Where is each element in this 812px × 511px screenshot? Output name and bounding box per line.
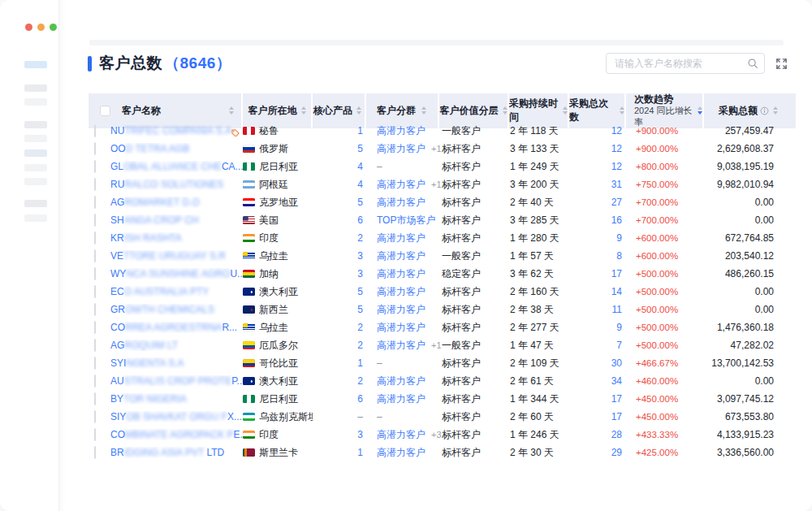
core-products-count[interactable]: 5: [313, 304, 366, 315]
close-window-button[interactable]: [25, 24, 32, 31]
purchase-count-link[interactable]: 7: [569, 340, 626, 351]
customer-name-link[interactable]: AGROQUIM LT: [110, 340, 243, 351]
core-products-count[interactable]: 2: [313, 322, 366, 333]
column-header-duration[interactable]: 采购持续时间: [509, 93, 569, 128]
purchase-count-link[interactable]: 34: [569, 375, 626, 387]
sidebar-nav-placeholder[interactable]: [24, 121, 47, 128]
sidebar-nav-placeholder[interactable]: [24, 214, 47, 222]
row-checkbox[interactable]: [94, 410, 96, 423]
row-checkbox[interactable]: [94, 124, 96, 137]
column-header-core[interactable]: 核心产品: [313, 93, 366, 128]
fullscreen-icon[interactable]: [775, 58, 788, 70]
column-header-segment[interactable]: 客户分群: [366, 93, 439, 128]
purchase-count-link[interactable]: 28: [569, 429, 626, 440]
purchase-count-link[interactable]: 9: [569, 232, 626, 244]
customer-name-link[interactable]: NUTRIFEC COMPANIA S.A: [110, 125, 243, 136]
segment-link[interactable]: 高潜力客户: [377, 179, 425, 190]
customer-name-link[interactable]: KRISH RASHTA: [110, 232, 243, 244]
core-products-count[interactable]: 3: [313, 250, 366, 262]
purchase-count-link[interactable]: 27: [569, 197, 626, 208]
customer-name-link[interactable]: WYNCA SUNSHINE AGROU...: [110, 268, 243, 279]
purchase-count-link[interactable]: 31: [569, 179, 626, 190]
purchase-count-link[interactable]: 30: [569, 357, 626, 369]
segment-link[interactable]: 高潜力客户: [377, 286, 425, 297]
customer-name-link[interactable]: COMBINATE AGROPACK PE...: [110, 429, 243, 440]
row-checkbox[interactable]: [94, 214, 96, 227]
sidebar-nav-placeholder[interactable]: [24, 164, 47, 171]
row-checkbox[interactable]: [94, 232, 96, 245]
sidebar-nav-placeholder[interactable]: [24, 178, 47, 185]
select-all-checkbox[interactable]: [100, 106, 110, 116]
customer-name-link[interactable]: SYINGENTA S.A: [110, 357, 243, 369]
core-products-count[interactable]: 5: [313, 197, 366, 208]
segment-link[interactable]: 高潜力客户: [377, 143, 425, 154]
search-input[interactable]: [606, 53, 765, 74]
customer-name-link[interactable]: ECO AUSTRALIA PTY: [110, 286, 243, 297]
row-checkbox[interactable]: [94, 357, 96, 370]
customer-name-link[interactable]: GLOBAL ALLIANCE CHECA...: [110, 161, 243, 172]
customer-name-link[interactable]: GROWTH CHEMICALS: [110, 304, 243, 315]
core-products-count[interactable]: 1: [313, 125, 366, 136]
segment-link[interactable]: 高潜力客户: [377, 304, 425, 315]
segment-link[interactable]: 高潜力客户: [377, 375, 425, 387]
customer-name-link[interactable]: BRIDGING ASIA PVT LTD: [110, 447, 243, 458]
purchase-count-link[interactable]: 12: [569, 125, 626, 136]
customer-name-link[interactable]: AGROMARKET D.O: [110, 197, 243, 208]
column-header-amount[interactable]: 采购总额: [704, 93, 796, 128]
core-products-count[interactable]: 5: [313, 286, 366, 297]
sidebar-nav-placeholder[interactable]: [24, 149, 47, 157]
customer-name-link[interactable]: SHANGA CROP CH: [110, 214, 243, 226]
purchase-count-link[interactable]: 12: [569, 143, 626, 154]
column-header-location[interactable]: 客户所在地: [243, 93, 313, 128]
row-checkbox[interactable]: [94, 303, 96, 316]
customer-name-link[interactable]: CORREA AGROESTRNAR...: [110, 322, 243, 333]
zoom-window-button[interactable]: [50, 24, 57, 31]
sidebar-nav-placeholder[interactable]: [24, 200, 47, 207]
row-checkbox[interactable]: [94, 392, 96, 405]
core-products-count[interactable]: 1: [313, 447, 366, 458]
column-header-name[interactable]: 客户名称: [89, 93, 243, 128]
purchase-count-link[interactable]: 29: [569, 447, 626, 458]
sidebar-nav-placeholder[interactable]: [24, 135, 47, 142]
customer-name-link[interactable]: AUSTRALIS CROP PROTEP...: [110, 375, 243, 387]
row-checkbox[interactable]: [94, 196, 96, 209]
segment-link[interactable]: 高潜力客户: [377, 125, 425, 136]
segment-link[interactable]: 高潜力客户: [377, 232, 425, 244]
segment-link[interactable]: 高潜力客户: [377, 447, 425, 458]
search-icon[interactable]: [747, 58, 758, 69]
purchase-count-link[interactable]: 14: [569, 286, 626, 297]
segment-link[interactable]: 高潜力客户: [377, 429, 425, 440]
segment-link[interactable]: 高潜力客户: [377, 250, 425, 262]
core-products-count[interactable]: 6: [313, 214, 366, 226]
core-products-count[interactable]: 4: [313, 161, 366, 172]
row-checkbox[interactable]: [94, 375, 96, 388]
segment-link[interactable]: 高潜力客户: [377, 340, 425, 351]
purchase-count-link[interactable]: 17: [569, 411, 626, 422]
core-products-count[interactable]: 3: [313, 429, 366, 440]
row-checkbox[interactable]: [94, 339, 96, 352]
info-icon[interactable]: [760, 106, 769, 115]
core-products-count[interactable]: 1: [313, 357, 366, 369]
row-checkbox[interactable]: [94, 178, 96, 191]
row-checkbox[interactable]: [94, 428, 96, 441]
customer-name-link[interactable]: RURALCO SOLUTIONES: [110, 179, 243, 190]
purchase-count-link[interactable]: 17: [569, 268, 626, 279]
customer-name-link[interactable]: BYTOR NIGERIA: [110, 393, 243, 405]
core-products-count[interactable]: 6: [313, 393, 366, 405]
segment-link[interactable]: TOP市场客户: [377, 214, 435, 226]
purchase-count-link[interactable]: 11: [569, 304, 626, 315]
segment-link[interactable]: 高潜力客户: [377, 393, 425, 405]
sidebar-nav-placeholder[interactable]: [24, 98, 47, 106]
customer-name-link[interactable]: OOD TETRA AGB: [110, 143, 243, 154]
core-products-count[interactable]: 3: [313, 268, 366, 279]
row-checkbox[interactable]: [94, 160, 96, 173]
row-checkbox[interactable]: [94, 142, 96, 155]
row-checkbox[interactable]: [94, 249, 96, 262]
core-products-count[interactable]: 5: [313, 143, 366, 154]
customer-name-link[interactable]: VETTORE URUGUAY S.R: [110, 250, 243, 262]
row-checkbox[interactable]: [94, 267, 96, 280]
column-header-count[interactable]: 采购总次数: [569, 93, 626, 128]
segment-link[interactable]: 高潜力客户: [377, 268, 425, 279]
row-checkbox[interactable]: [94, 321, 96, 334]
core-products-count[interactable]: 4: [313, 179, 366, 190]
